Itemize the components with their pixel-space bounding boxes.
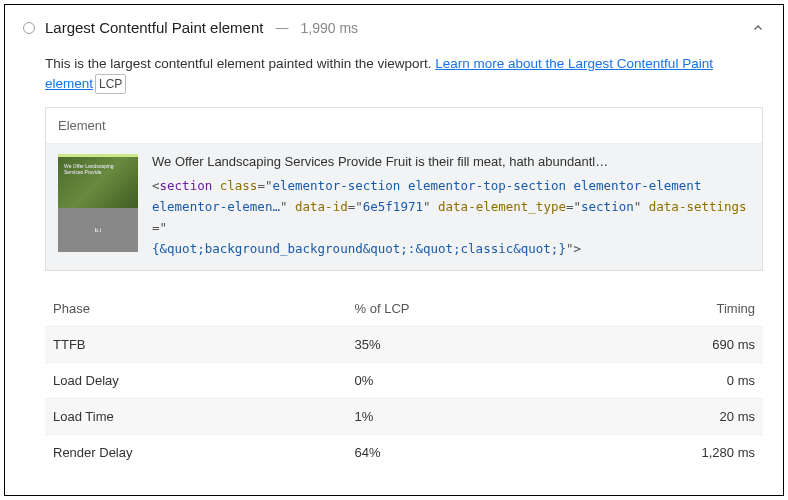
timing-cell: 20 ms (555, 398, 763, 434)
element-thumbnail: We Offer LandscapingServices Provide b.i (58, 154, 138, 252)
table-row: Load Delay 0% 0 ms (45, 362, 763, 398)
element-body: We Offer LandscapingServices Provide b.i… (46, 144, 762, 270)
table-row: TTFB 35% 690 ms (45, 326, 763, 362)
pct-cell: 1% (347, 398, 555, 434)
timing-cell: 0 ms (555, 362, 763, 398)
lcp-badge: LCP (95, 74, 126, 94)
chevron-up-icon[interactable] (751, 21, 765, 35)
element-box-header: Element (46, 108, 762, 144)
audit-timing: 1,990 ms (300, 20, 358, 36)
table-row: Render Delay 64% 1,280 ms (45, 434, 763, 470)
col-timing: Timing (555, 291, 763, 327)
audit-title: Largest Contentful Paint element (45, 19, 263, 36)
phase-cell: Render Delay (45, 434, 347, 470)
pct-cell: 64% (347, 434, 555, 470)
pct-cell: 35% (347, 326, 555, 362)
phase-cell: TTFB (45, 326, 347, 362)
phase-cell: Load Time (45, 398, 347, 434)
audit-header[interactable]: Largest Contentful Paint element — 1,990… (23, 19, 765, 36)
phase-cell: Load Delay (45, 362, 347, 398)
dash-separator: — (275, 20, 288, 35)
timing-cell: 690 ms (555, 326, 763, 362)
element-text: We Offer Landscaping Services Provide Fr… (152, 154, 750, 260)
timing-cell: 1,280 ms (555, 434, 763, 470)
audit-body: This is the largest contentful element p… (23, 54, 765, 470)
element-box: Element We Offer LandscapingServices Pro… (45, 107, 763, 271)
element-html: <section class="elementor-section elemen… (152, 175, 750, 260)
lcp-audit-panel: Largest Contentful Paint element — 1,990… (4, 4, 784, 496)
pct-cell: 0% (347, 362, 555, 398)
description-intro: This is the largest contentful element p… (45, 56, 435, 71)
col-pct: % of LCP (347, 291, 555, 327)
phase-table: Phase % of LCP Timing TTFB 35% 690 ms Lo… (45, 291, 763, 470)
element-snippet: We Offer Landscaping Services Provide Fr… (152, 154, 750, 169)
col-phase: Phase (45, 291, 347, 327)
table-row: Load Time 1% 20 ms (45, 398, 763, 434)
status-circle-icon (23, 22, 35, 34)
audit-description: This is the largest contentful element p… (45, 54, 763, 95)
table-header-row: Phase % of LCP Timing (45, 291, 763, 327)
